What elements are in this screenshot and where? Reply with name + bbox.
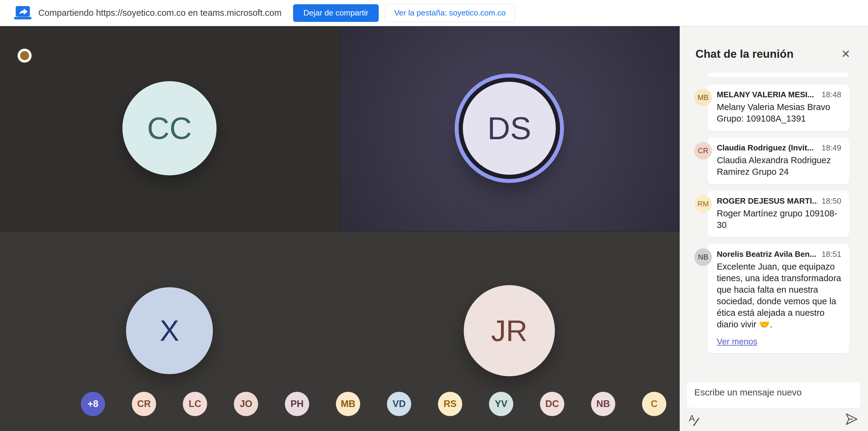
message-time: 18:51 — [822, 250, 841, 259]
message-time: 18:50 — [822, 196, 841, 206]
strip-avatar-yv[interactable]: YV — [489, 392, 513, 416]
meeting-chat-panel: Chat de la reunión ✕ MB MELANY VALERIA M… — [680, 26, 868, 431]
close-icon[interactable]: ✕ — [841, 49, 850, 60]
message-text: Claudia Alexandra Rodriguez Ramirez Grup… — [717, 154, 841, 177]
avatar-cc: CC — [122, 81, 217, 175]
avatar-jr: JR — [464, 285, 555, 376]
previous-message-card-partial — [708, 73, 849, 77]
chat-composer: A — [680, 379, 868, 431]
chat-message: CR Claudia Rodriguez (Invit... 18:49 Cla… — [694, 138, 849, 184]
strip-avatar-nb[interactable]: NB — [591, 392, 615, 416]
svg-text:A: A — [689, 413, 695, 423]
strip-avatar-lc[interactable]: LC — [183, 392, 207, 416]
presenter-indicator-dot — [18, 49, 32, 63]
message-text: Excelente Juan, que equipazo tienes, una… — [717, 261, 841, 330]
share-banner: Compartiendo https://soyetico.com.co en … — [0, 0, 868, 26]
message-card: Claudia Rodriguez (Invit... 18:49 Claudi… — [708, 138, 849, 184]
format-text-icon[interactable]: A — [688, 412, 702, 426]
stop-sharing-button[interactable]: Dejar de compartir — [293, 4, 379, 22]
view-shared-tab-button[interactable]: Ver la pestaña: soyetico.com.co — [385, 4, 515, 22]
avatar-x: X — [126, 287, 213, 374]
message-card: ROGER DEJESUS MARTI... 18:50 Roger Martí… — [708, 191, 849, 237]
chat-header: Chat de la reunión ✕ — [680, 26, 868, 73]
chat-message-list[interactable]: MB MELANY VALERIA MESI... 18:48 Melany V… — [680, 73, 868, 379]
participant-strip: +8 CR LC JO PH MB VD RS YV DC NB C — [81, 392, 666, 416]
strip-avatar-cr[interactable]: CR — [132, 392, 156, 416]
message-avatar-cr: CR — [694, 142, 712, 160]
strip-avatar-mb[interactable]: MB — [336, 392, 360, 416]
message-author: Claudia Rodriguez (Invit... — [717, 143, 817, 152]
video-tile-cc[interactable]: CC — [0, 26, 340, 232]
message-card: Norelis Beatriz Avila Ben... 18:51 Excel… — [708, 244, 849, 353]
strip-avatar-dc[interactable]: DC — [540, 392, 564, 416]
message-author: MELANY VALERIA MESI... — [717, 90, 817, 99]
send-icon[interactable] — [844, 412, 858, 426]
composer-toolbar: A — [687, 408, 860, 429]
chat-title: Chat de la reunión — [695, 48, 794, 60]
message-time: 18:48 — [822, 90, 841, 99]
strip-avatar-ph[interactable]: PH — [285, 392, 309, 416]
avatar-ds-speaking: DS — [463, 82, 556, 175]
strip-avatar-c[interactable]: C — [642, 392, 666, 416]
message-card: MELANY VALERIA MESI... 18:48 Melany Vale… — [708, 85, 849, 131]
chat-message: NB Norelis Beatriz Avila Ben... 18:51 Ex… — [694, 244, 849, 353]
message-time: 18:49 — [822, 143, 841, 152]
message-avatar-rm: RM — [694, 195, 712, 213]
strip-avatar-jo[interactable]: JO — [234, 392, 258, 416]
message-author: ROGER DEJESUS MARTI... — [717, 196, 817, 206]
meeting-stage: CC DS X JR +8 CR LC JO PH MB VD RS YV DC… — [0, 26, 680, 431]
new-message-input[interactable] — [687, 382, 860, 408]
chat-message: MB MELANY VALERIA MESI... 18:48 Melany V… — [694, 85, 849, 131]
strip-avatar-vd[interactable]: VD — [387, 392, 411, 416]
message-avatar-mb: MB — [694, 89, 712, 106]
overflow-participants-badge[interactable]: +8 — [81, 392, 105, 416]
message-author: Norelis Beatriz Avila Ben... — [717, 250, 817, 259]
share-banner-message: Compartiendo https://soyetico.com.co en … — [38, 8, 282, 18]
message-text: Roger Martínez grupo 109108-30 — [717, 208, 841, 231]
see-less-link[interactable]: Ver menos — [717, 337, 757, 346]
message-text: Melany Valeria Mesias Bravo Grupo: 10910… — [717, 101, 841, 124]
message-avatar-nb: NB — [694, 248, 712, 266]
screen-share-icon — [14, 5, 32, 21]
video-tile-ds-speaking[interactable]: DS — [340, 26, 680, 232]
strip-avatar-rs[interactable]: RS — [438, 392, 462, 416]
chat-message: RM ROGER DEJESUS MARTI... 18:50 Roger Ma… — [694, 191, 849, 237]
